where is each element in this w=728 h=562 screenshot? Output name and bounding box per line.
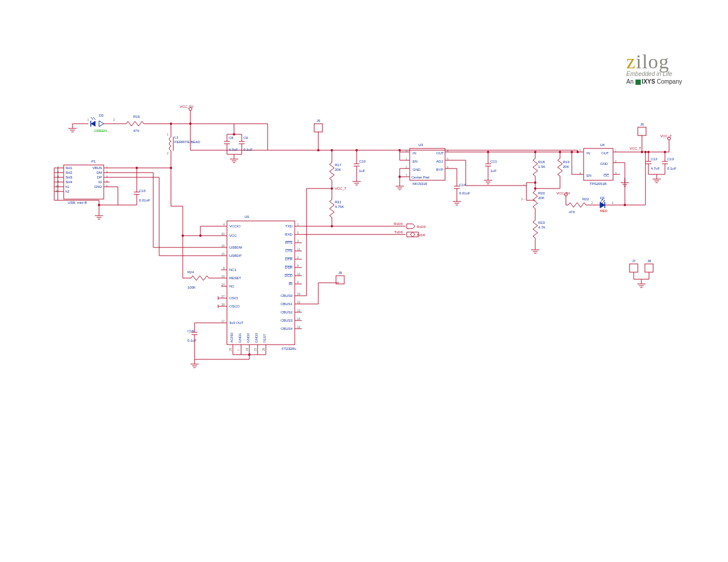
- svg-text:2: 2: [591, 201, 593, 204]
- component-C10: C10 1uF: [354, 160, 366, 173]
- net-vcc5v: VCC_5V: [180, 105, 193, 108]
- port-rxd: RxD0 RxD0: [394, 222, 426, 229]
- svg-text:RxD0: RxD0: [394, 222, 403, 226]
- component-R22: R22 470: [566, 197, 589, 214]
- component-C16: C16 0.1uF: [187, 329, 197, 342]
- svg-text:J5: J5: [317, 119, 321, 123]
- svg-text:DSR: DSR: [285, 266, 292, 269]
- svg-text:1: 1: [612, 201, 614, 204]
- svg-text:SH2: SH2: [65, 171, 73, 174]
- svg-text:CBUS1: CBUS1: [281, 302, 293, 306]
- component-R21: R21 4.75K: [330, 197, 344, 220]
- component-C12: C12 4.7uF: [645, 157, 660, 170]
- svg-text:IN: IN: [587, 151, 590, 155]
- svg-text:VCCIO: VCCIO: [229, 224, 241, 228]
- component-R24: R24 100K: [187, 270, 211, 289]
- svg-text:J7: J7: [632, 259, 636, 263]
- svg-text:20K: 20K: [335, 168, 341, 171]
- svg-text:1: 1: [106, 166, 108, 169]
- svg-text:NC1: NC1: [229, 268, 237, 272]
- svg-text:16: 16: [221, 244, 225, 247]
- svg-text:U4: U4: [600, 143, 605, 147]
- svg-text:11: 11: [55, 189, 59, 193]
- svg-text:7: 7: [237, 349, 241, 351]
- svg-text:28: 28: [221, 303, 225, 306]
- schematic-canvas: VCC_5V D5 1 2 GREEN R16 470 L1 FERRITE B…: [0, 0, 728, 562]
- svg-line-30: [93, 117, 95, 120]
- svg-text:C16: C16: [187, 329, 195, 333]
- svg-text:R24: R24: [187, 270, 195, 274]
- svg-text:D5: D5: [99, 114, 104, 117]
- svg-text:C13: C13: [667, 157, 674, 161]
- component-R23: R23 4.7K: [533, 218, 545, 240]
- vcc5v-power-icon: [189, 108, 192, 115]
- svg-text:4.75K: 4.75K: [335, 205, 344, 209]
- svg-text:R18: R18: [538, 160, 545, 164]
- svg-text:RI: RI: [289, 282, 292, 286]
- svg-text:GND: GND: [600, 162, 608, 166]
- svg-text:EN: EN: [587, 174, 591, 177]
- svg-text:TPS2051B: TPS2051B: [589, 182, 607, 186]
- svg-text:1: 1: [167, 133, 169, 136]
- svg-text:..: ..: [631, 267, 633, 270]
- svg-text:4: 4: [106, 180, 108, 183]
- component-J5: .. J5: [314, 119, 322, 132]
- svg-text:CBUS4: CBUS4: [281, 327, 293, 330]
- svg-text:h2: h2: [65, 190, 70, 193]
- svg-text:17: 17: [221, 319, 225, 323]
- component-R17: R17 20K: [330, 160, 342, 183]
- port-txd: TxD0 TxD0: [394, 230, 426, 237]
- svg-text:USB, mini B: USB, mini B: [68, 201, 87, 204]
- svg-text:IN: IN: [413, 151, 416, 155]
- svg-text:R21: R21: [335, 200, 342, 204]
- svg-text:..: ..: [647, 267, 648, 270]
- svg-text:GND3: GND3: [255, 333, 258, 343]
- component-C8: C8 4.7uF: [224, 134, 238, 151]
- svg-text:GND: GND: [94, 185, 103, 189]
- svg-text:R23: R23: [538, 221, 545, 224]
- svg-text:10: 10: [297, 272, 301, 276]
- svg-text:CBUS0: CBUS0: [281, 294, 293, 297]
- component-J6: .. J6: [638, 123, 646, 135]
- svg-text:GREEN: GREEN: [94, 129, 107, 133]
- svg-line-29: [91, 117, 93, 120]
- svg-text:D6: D6: [600, 196, 605, 200]
- svg-text:R20: R20: [538, 191, 545, 195]
- svg-text:0.1uF: 0.1uF: [667, 167, 677, 170]
- svg-text:4: 4: [223, 223, 225, 226]
- svg-text:TEST: TEST: [263, 333, 266, 343]
- svg-text:10: 10: [55, 184, 59, 188]
- svg-text:USBDP: USBDP: [229, 254, 242, 257]
- svg-text:SH3: SH3: [65, 176, 73, 179]
- svg-text:2: 2: [113, 118, 115, 121]
- svg-text:20K: 20K: [538, 196, 545, 200]
- svg-text:C9: C9: [243, 136, 248, 140]
- svg-text:RESET: RESET: [229, 276, 241, 280]
- net-vcct-out: VCC_T: [630, 147, 641, 150]
- svg-text:C15: C15: [139, 189, 146, 193]
- svg-text:0.1uF: 0.1uF: [187, 339, 197, 342]
- svg-text:2: 2: [297, 256, 299, 259]
- svg-text:TxD0: TxD0: [417, 233, 426, 237]
- svg-text:RTS: RTS: [285, 241, 292, 244]
- svg-text:1uF: 1uF: [359, 169, 365, 173]
- svg-text:27: 27: [221, 295, 225, 298]
- svg-text:24: 24: [221, 283, 225, 286]
- svg-marker-26: [91, 121, 95, 127]
- svg-text:U5: U5: [245, 215, 249, 219]
- component-C11: C11 1uF: [485, 160, 498, 173]
- svg-text:AGND: AGND: [230, 332, 233, 343]
- svg-text:Center Pad: Center Pad: [411, 176, 429, 179]
- svg-text:0.01uF: 0.01uF: [459, 191, 470, 195]
- svg-text:1: 1: [87, 118, 89, 121]
- component-R20: R20 20K: [533, 189, 545, 211]
- component-D5: D5 1 2 GREEN: [73, 114, 116, 133]
- svg-text:DP: DP: [97, 176, 102, 179]
- svg-text:OSCI: OSCI: [229, 296, 238, 300]
- svg-text:4.7K: 4.7K: [538, 226, 545, 229]
- svg-text:2: 2: [106, 170, 108, 174]
- svg-text:ID: ID: [98, 180, 103, 184]
- svg-text:20: 20: [221, 232, 225, 236]
- svg-text:2: 2: [167, 151, 169, 155]
- svg-text:CBUS2: CBUS2: [281, 310, 293, 314]
